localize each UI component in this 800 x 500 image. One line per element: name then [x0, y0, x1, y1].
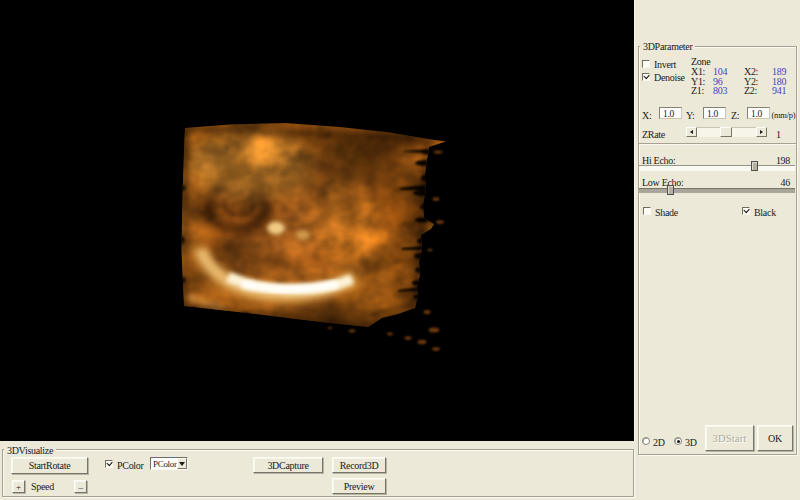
- right-arrow-icon: [760, 130, 763, 134]
- record-button[interactable]: Record3D: [332, 457, 386, 473]
- pcolor-checkbox[interactable]: [105, 460, 113, 468]
- start3d-button[interactable]: 3DStart: [705, 425, 754, 451]
- zone-value: 941: [772, 86, 786, 95]
- preview-button[interactable]: Preview: [332, 478, 386, 494]
- check-icon: [106, 460, 112, 466]
- zone-label: X2:: [744, 67, 758, 76]
- mode-3d-radio[interactable]: [674, 437, 682, 445]
- pcolor-combobox[interactable]: PColor: [150, 457, 188, 470]
- visualize-group-title: 3DVisualize: [4, 446, 56, 455]
- shade-label[interactable]: Shade: [655, 208, 678, 217]
- left-arrow-icon: [690, 130, 693, 134]
- separator-line: [639, 143, 796, 145]
- zone-title: Zone: [691, 57, 710, 66]
- invert-label[interactable]: Invert: [654, 60, 676, 69]
- parameter-group-title: 3DParameter: [640, 42, 695, 51]
- shade-checkbox[interactable]: [643, 207, 651, 215]
- black-checkbox[interactable]: [742, 207, 750, 215]
- scale-z-input[interactable]: 1.0: [747, 107, 770, 119]
- hi-echo-value: 198: [770, 156, 790, 165]
- low-echo-value: 46: [770, 178, 790, 187]
- ultrasound-3d-render: [0, 0, 634, 441]
- mode-2d-radio[interactable]: [642, 437, 650, 445]
- speed-label: Speed: [31, 482, 54, 491]
- denoise-checkbox[interactable]: [642, 73, 650, 81]
- dropdown-arrow-icon: [179, 462, 185, 466]
- scale-x-input[interactable]: 1.0: [659, 107, 682, 119]
- zrate-left-arrow[interactable]: [686, 127, 697, 137]
- low-echo-slider[interactable]: [639, 188, 795, 193]
- scale-unit-label: (mm/p): [772, 111, 796, 120]
- scale-z-label: Z:: [731, 111, 739, 120]
- zrate-label: ZRate: [642, 130, 665, 139]
- capture-button[interactable]: 3DCapture: [253, 457, 323, 473]
- scale-y-label: Y:: [686, 111, 694, 120]
- black-label[interactable]: Black: [754, 208, 776, 217]
- pcolor-label[interactable]: PColor: [117, 461, 144, 470]
- pcolor-combo-value: PColor: [153, 460, 177, 469]
- scale-x-label: X:: [642, 111, 651, 120]
- denoise-label[interactable]: Denoise: [654, 73, 685, 82]
- hi-echo-thumb[interactable]: [751, 161, 758, 171]
- zrate-thumb[interactable]: [720, 127, 732, 137]
- speed-plus-button[interactable]: +: [12, 480, 25, 493]
- speed-minus-button[interactable]: –: [74, 480, 87, 493]
- app-window: { "colors": { "panel_bg": "#ece9d8", "vi…: [0, 0, 800, 500]
- hi-echo-label: Hi Echo:: [642, 156, 675, 165]
- start-rotate-button[interactable]: StartRotate: [11, 457, 88, 474]
- ok-button[interactable]: OK: [757, 425, 793, 451]
- low-echo-thumb[interactable]: [667, 185, 674, 195]
- mode-2d-label[interactable]: 2D: [653, 438, 665, 447]
- viewport-edge-highlight: [634, 0, 635, 441]
- render-viewport[interactable]: [0, 0, 634, 441]
- zone-value: 104: [713, 67, 727, 76]
- zrate-scrollbar[interactable]: [686, 127, 767, 137]
- check-icon: [643, 73, 649, 79]
- radio-dot-icon: [677, 440, 680, 443]
- zrate-value: 1: [776, 130, 781, 139]
- mode-3d-label[interactable]: 3D: [685, 438, 697, 447]
- scale-y-input[interactable]: 1.0: [703, 107, 726, 119]
- zone-value: 189: [772, 67, 786, 76]
- zone-label: Z1:: [691, 86, 704, 95]
- low-echo-label: Low Echo:: [642, 178, 683, 187]
- pcolor-combo-dropdown-button[interactable]: [177, 458, 187, 469]
- zrate-right-arrow[interactable]: [756, 127, 767, 137]
- check-icon: [743, 207, 749, 213]
- zone-label: X1:: [691, 67, 705, 76]
- zone-label: Z2:: [744, 86, 757, 95]
- hi-echo-slider[interactable]: [639, 165, 795, 171]
- zone-value: 803: [713, 86, 727, 95]
- invert-checkbox[interactable]: [642, 60, 650, 68]
